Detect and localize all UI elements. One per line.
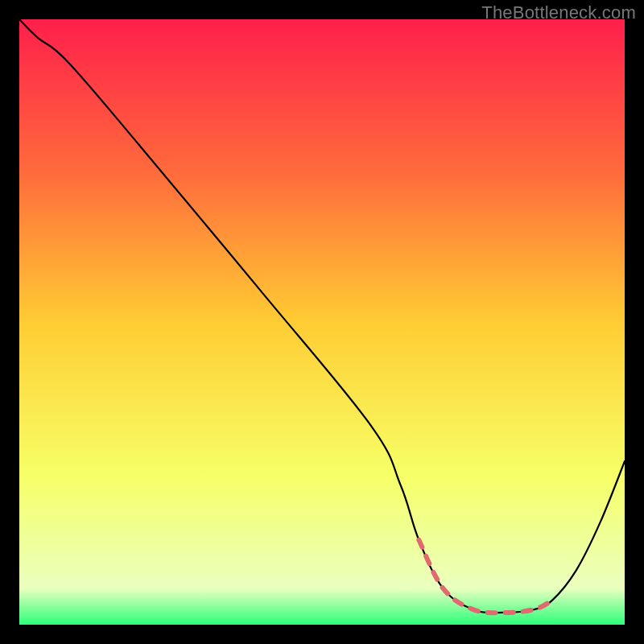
- chart-svg: [19, 19, 625, 625]
- chart-frame: TheBottleneck.com: [0, 0, 644, 644]
- watermark-text: TheBottleneck.com: [481, 2, 636, 23]
- plot-area: [19, 19, 625, 625]
